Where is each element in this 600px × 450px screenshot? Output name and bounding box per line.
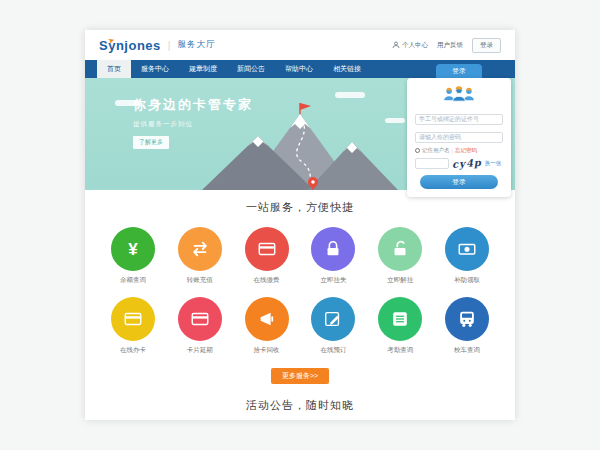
nav-item-news[interactable]: 新闻公告 [227,60,275,78]
lock-icon [311,227,355,271]
service-school-bus[interactable]: 校车查询 [443,297,491,355]
hero-subtitle: 提供服务一步到位 [133,120,253,129]
card-icon [178,297,222,341]
edit-icon [311,297,355,341]
logo-arrow-icon: ➤ [107,35,117,46]
personal-center-link[interactable]: 个人中心 [392,41,428,50]
service-apply-card[interactable]: 在线办卡 [109,297,157,355]
card-icon [111,297,155,341]
users-group-icon [415,85,503,107]
nav-item-rules[interactable]: 规章制度 [179,60,227,78]
logo[interactable]: Synjones ➤ [99,38,161,53]
captcha-refresh-link[interactable]: 换一张 [485,160,502,167]
list-icon [378,297,422,341]
username-input[interactable] [415,114,503,125]
captcha-image[interactable]: cy4p [452,157,483,170]
service-unfreeze[interactable]: 立即解挂 [376,227,424,285]
hero-banner: 你身边的卡管专家 提供服务一步到位 了解更多 登录 [85,78,515,190]
bus-icon [445,297,489,341]
card-icon [245,227,289,271]
nav-item-links[interactable]: 相关链接 [323,60,371,78]
remember-checkbox[interactable] [415,148,420,153]
hero-cta-button[interactable]: 了解更多 [133,136,169,149]
nav-item-help[interactable]: 帮助中心 [275,60,323,78]
service-attendance[interactable]: 考勤查询 [376,297,424,355]
password-input[interactable] [415,132,503,143]
login-tab[interactable]: 登录 [436,64,482,78]
services-title: 一站服务，方便快捷 [85,200,515,215]
login-submit-button[interactable]: 登录 [420,175,497,189]
announcements-section: 活动公告，随时知晓 使用动态 最新公告 更多>> 使用指南 更多>> [85,384,515,420]
header-login-button[interactable]: 登录 [472,38,501,53]
services-section: 一站服务，方便快捷 ¥ 余额查询 转账充值 在线缴费 [85,190,515,384]
remember-label: 记住用户名 [422,147,450,154]
service-found-card[interactable]: 拾卡回收 [243,297,291,355]
transfer-icon [178,227,222,271]
service-pay-online[interactable]: 在线缴费 [243,227,291,285]
more-services-button[interactable]: 更多服务>> [271,368,329,384]
service-report-loss[interactable]: 立即挂失 [309,227,357,285]
announcements-title: 活动公告，随时知晓 [85,398,515,413]
portal-page: Synjones ➤ | 服务大厅 个人中心 用户反馈 登录 首页 服务中心 规… [85,30,515,420]
logo-divider: | [168,40,171,51]
forgot-password-link[interactable]: 忘记密码 [455,147,477,154]
megaphone-icon [245,297,289,341]
service-card-extension[interactable]: 卡片延期 [176,297,224,355]
yen-icon: ¥ [111,227,155,271]
hero-title: 你身边的卡管专家 [133,96,253,114]
service-online-booking[interactable]: 在线预订 [309,297,357,355]
login-panel: 登录 记住用户名 [407,64,511,197]
site-tagline: 服务大厅 [177,39,215,51]
nav-item-service-center[interactable]: 服务中心 [131,60,179,78]
unlock-icon [378,227,422,271]
user-feedback-link[interactable]: 用户反馈 [437,41,463,50]
service-subsidy[interactable]: 补助领取 [443,227,491,285]
service-balance[interactable]: ¥ 余额查询 [109,227,157,285]
banknote-icon [445,227,489,271]
captcha-input[interactable] [415,158,449,169]
service-transfer[interactable]: 转账充值 [176,227,224,285]
user-icon [392,41,400,49]
site-header: Synjones ➤ | 服务大厅 个人中心 用户反馈 登录 [85,30,515,60]
nav-item-home[interactable]: 首页 [97,60,131,78]
